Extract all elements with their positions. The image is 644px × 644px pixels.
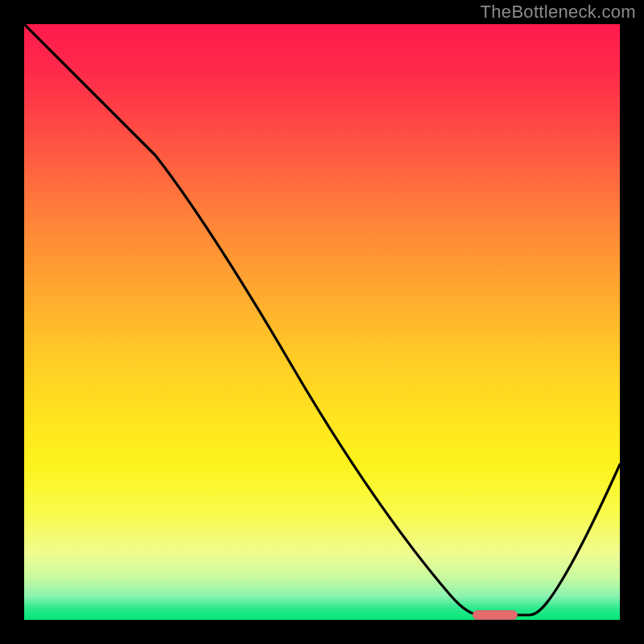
curve-path xyxy=(24,24,620,615)
optimal-marker xyxy=(473,610,518,620)
watermark-label: TheBottleneck.com xyxy=(481,2,636,23)
plot-area xyxy=(24,24,620,620)
bottleneck-curve xyxy=(24,24,620,620)
chart-container: TheBottleneck.com xyxy=(0,0,644,644)
